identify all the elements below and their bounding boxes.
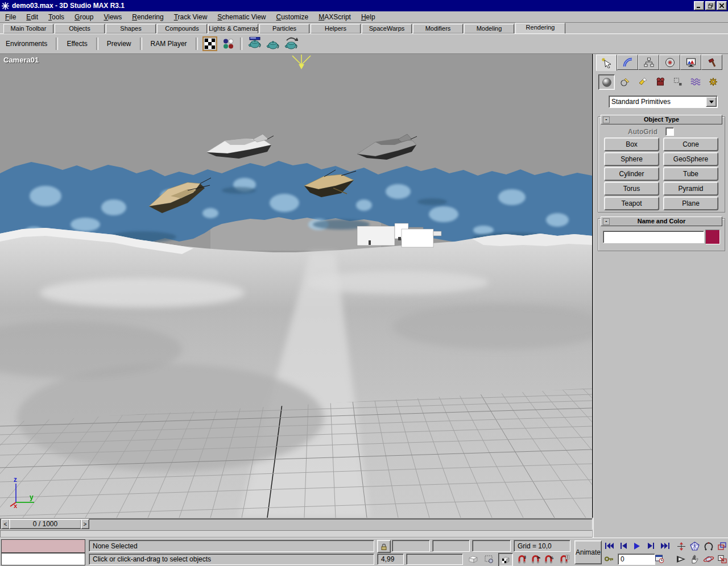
menu-customize[interactable]: Customize (271, 12, 314, 22)
roll-camera-button[interactable] (702, 540, 715, 552)
dropdown-arrow-icon[interactable] (706, 97, 717, 107)
name-color-rollout-header[interactable]: - Name and Color (601, 217, 722, 226)
snap-toggle-3d[interactable]: 3 (515, 553, 529, 565)
object-name-field[interactable] (603, 231, 704, 243)
teapot-button[interactable]: Teapot (604, 197, 659, 210)
autogrid-checkbox[interactable] (665, 127, 674, 136)
menu-group[interactable]: Group (69, 12, 98, 22)
window-selection-toggle[interactable] (482, 553, 496, 565)
box-button[interactable]: Box (604, 138, 659, 151)
truck-camera-button[interactable] (688, 553, 701, 565)
category-shapes-icon[interactable] (617, 74, 632, 89)
cone-button[interactable]: Cone (663, 138, 718, 151)
macro-recorder-box[interactable] (1, 539, 85, 553)
object-color-swatch[interactable] (705, 230, 720, 244)
render-scene-teapot-icon[interactable] (247, 36, 262, 51)
restore-button[interactable] (705, 1, 715, 10)
time-slider-thumb[interactable]: 0 / 1000 (9, 519, 81, 529)
title-bar[interactable]: demo03.max - 3D Studio MAX R3.1 (0, 0, 728, 11)
ram-player-button[interactable]: RAM Player (145, 38, 193, 49)
viewport-layout-button[interactable] (715, 540, 728, 552)
object-type-rollout-header[interactable]: - Object Type (601, 115, 722, 124)
category-geometry-icon[interactable] (598, 74, 615, 90)
environments-button[interactable]: Environments (0, 38, 53, 49)
goto-end-button[interactable] (659, 540, 671, 552)
subcategory-dropdown[interactable]: Standard Primitives (609, 95, 718, 108)
next-frame-button[interactable] (644, 540, 656, 552)
tab-motion[interactable] (659, 55, 680, 70)
dolly-camera-button[interactable] (675, 540, 688, 552)
close-button[interactable] (717, 1, 727, 10)
menu-tools[interactable]: Tools (43, 12, 69, 22)
cylinder-button[interactable]: Cylinder (604, 167, 659, 181)
tab-shapes[interactable]: Shapes (106, 24, 156, 34)
tab-helpers[interactable]: Helpers (311, 24, 361, 34)
plane-button[interactable]: Plane (663, 197, 718, 210)
tab-create[interactable] (596, 55, 617, 71)
render-last-teapot-icon[interactable] (283, 36, 298, 51)
tab-objects[interactable]: Objects (55, 24, 105, 34)
zoom-extents-button[interactable] (688, 540, 701, 552)
tab-rendering[interactable]: Rendering (515, 23, 565, 34)
maxscript-listener-box[interactable] (1, 553, 85, 565)
degradation-override-toggle[interactable] (498, 553, 513, 566)
spinner-snap-toggle[interactable] (557, 553, 571, 565)
tab-utilities[interactable] (701, 55, 722, 70)
collapse-icon[interactable]: - (603, 116, 610, 123)
pyramid-button[interactable]: Pyramid (663, 182, 718, 195)
tab-modifiers[interactable]: Modifiers (413, 24, 463, 34)
menu-schematic-view[interactable]: Schematic View (212, 12, 271, 22)
angle-snap-toggle[interactable] (529, 553, 543, 565)
next-frame-arrow[interactable]: > (81, 519, 89, 529)
tab-compounds[interactable]: Compounds (157, 24, 207, 34)
tube-button[interactable]: Tube (663, 167, 718, 181)
previous-frame-button[interactable] (618, 540, 630, 552)
category-cameras-icon[interactable] (652, 74, 668, 89)
field-of-view-button[interactable] (675, 553, 688, 565)
tab-hierarchy[interactable] (638, 55, 659, 70)
tab-modify[interactable] (617, 55, 638, 70)
animate-button[interactable]: Animate (574, 540, 602, 564)
current-frame-field[interactable] (618, 553, 655, 565)
sphere-button[interactable]: Sphere (604, 152, 659, 166)
geosphere-button[interactable]: GeoSphere (663, 152, 718, 166)
preview-button[interactable]: Preview (101, 38, 137, 49)
menu-views[interactable]: Views (98, 12, 127, 22)
percent-snap-toggle[interactable]: % (543, 553, 555, 565)
torus-button[interactable]: Torus (604, 182, 659, 195)
crossing-selection-toggle[interactable] (466, 553, 480, 565)
goto-start-button[interactable] (603, 540, 615, 552)
minimize-button[interactable] (694, 1, 704, 10)
selection-lock-toggle[interactable] (377, 540, 391, 553)
track-bar[interactable] (0, 529, 592, 538)
quick-render-teapot-icon[interactable] (265, 36, 280, 51)
tab-lights-cameras[interactable]: Lights & Cameras (208, 24, 258, 34)
category-lights-icon[interactable] (635, 74, 650, 89)
play-button[interactable] (630, 540, 644, 552)
collapse-icon[interactable]: - (603, 218, 610, 225)
category-helpers-icon[interactable] (670, 74, 685, 89)
render-output-checker-icon[interactable] (202, 36, 217, 51)
category-systems-icon[interactable] (705, 74, 721, 89)
orbit-camera-button[interactable] (702, 553, 715, 565)
camera-viewport[interactable]: z y x Camera01 (0, 54, 593, 518)
menu-rendering[interactable]: Rendering (127, 12, 168, 22)
minmax-toggle-button[interactable] (715, 553, 728, 565)
tab-spacewarps[interactable]: SpaceWarps (362, 24, 412, 34)
viewport-camera-label[interactable]: Camera01 (3, 56, 39, 64)
white-terrain[interactable] (0, 228, 592, 518)
material-editor-icon[interactable] (221, 36, 235, 51)
scene-canvas[interactable]: z y x (0, 54, 592, 518)
menu-edit[interactable]: Edit (21, 12, 43, 22)
effects-button[interactable]: Effects (61, 38, 93, 49)
menu-file[interactable]: File (0, 12, 21, 22)
previous-frame-arrow[interactable]: < (1, 519, 10, 529)
tab-particles[interactable]: Particles (259, 24, 309, 34)
tab-main-toolbar[interactable]: Main Toolbar (3, 24, 53, 34)
menu-track-view[interactable]: Track View (169, 12, 213, 22)
category-spacewarps-icon[interactable] (688, 74, 703, 89)
menu-maxscript[interactable]: MAXScript (313, 12, 356, 22)
key-mode-toggle[interactable] (603, 553, 615, 565)
tab-modeling[interactable]: Modeling (464, 24, 514, 34)
tab-display[interactable] (680, 55, 701, 70)
